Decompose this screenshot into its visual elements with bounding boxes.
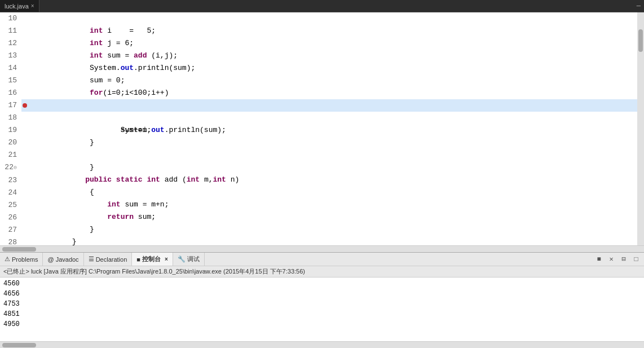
toolbar-maximize-button[interactable]: □ <box>630 254 642 265</box>
bottom-toolbar: ■ ✕ ⊟ □ <box>593 254 644 265</box>
h-scrollbar-thumb[interactable] <box>2 247 36 252</box>
code-line <box>21 236 637 245</box>
toolbar-minimize-button[interactable]: ⊟ <box>618 254 629 265</box>
vertical-scrollbar[interactable] <box>637 12 644 245</box>
console-line: 4656 <box>3 289 641 299</box>
tab-console[interactable]: ■ 控制台 × <box>132 253 173 266</box>
code-line: public static int add (int m,int n) <box>21 161 637 174</box>
tab-javadoc[interactable]: @ Javadoc <box>43 253 83 266</box>
tab-label: luck.java <box>5 3 29 10</box>
console-header-text: <已终止> luck [Java 应用程序] C:\Program Files\… <box>3 267 305 276</box>
problems-icon: ⚠ <box>5 256 10 263</box>
code-line: System.out.println(sum); <box>21 112 637 124</box>
output-line-1: 4560 <box>3 280 20 288</box>
tab-javadoc-label: Javadoc <box>56 256 79 263</box>
toolbar-stop-button[interactable]: ■ <box>593 254 605 265</box>
console-line: 4950 <box>3 319 641 329</box>
tab-problems-label: Problems <box>12 256 38 263</box>
output-line-2: 4656 <box>3 290 20 298</box>
code-line: } <box>21 223 637 236</box>
tab-problems[interactable]: ⚠ Problems <box>0 253 43 266</box>
console-h-scrollbar-thumb[interactable] <box>2 343 36 347</box>
tab-console-close[interactable]: × <box>165 256 168 262</box>
javadoc-icon: @ <box>47 256 54 263</box>
tab-debug-label: 调试 <box>187 255 200 263</box>
tab-debug[interactable]: 🔧 调试 <box>173 253 205 266</box>
code-line: } <box>21 149 637 161</box>
console-content: 4560 4656 4753 4851 4950 <box>0 277 644 341</box>
code-lines: int i = 5; int j = 6; int sum = add (i,j… <box>21 12 637 245</box>
scrollbar-thumb[interactable] <box>638 29 643 52</box>
output-line-5: 4950 <box>3 320 20 328</box>
console-line: 4560 <box>3 279 641 289</box>
line-numbers: 10 11 12 13 14 15 16 17 18 19 20 21 22⊕ … <box>0 12 21 245</box>
code-line: int sum = m+n; <box>21 186 637 199</box>
code-line: int i = 5; <box>21 12 637 25</box>
declaration-icon: ☰ <box>89 256 94 263</box>
code-editor: 10 11 12 13 14 15 16 17 18 19 20 21 22⊕ … <box>0 12 644 252</box>
console-horizontal-scrollbar[interactable] <box>0 341 644 348</box>
tab-bar: luck.java × — <box>0 0 644 12</box>
tab-close-button[interactable]: × <box>31 3 34 9</box>
code-line <box>21 136 637 149</box>
tab-console-label: 控制台 <box>142 255 161 263</box>
code-content: 10 11 12 13 14 15 16 17 18 19 20 21 22⊕ … <box>0 12 644 245</box>
console-header: <已终止> luck [Java 应用程序] C:\Program Files\… <box>0 266 644 277</box>
horizontal-scrollbar[interactable] <box>0 245 644 252</box>
console-line: 4753 <box>3 299 641 309</box>
output-line-3: 4753 <box>3 300 20 308</box>
bottom-panel: ⚠ Problems @ Javadoc ☰ Declaration ■ 控制台… <box>0 252 644 348</box>
bottom-tab-bar: ⚠ Problems @ Javadoc ☰ Declaration ■ 控制台… <box>0 253 644 266</box>
debug-icon: 🔧 <box>178 256 186 263</box>
toolbar-close-button[interactable]: ✕ <box>606 254 617 265</box>
minimize-icon[interactable]: — <box>637 2 644 10</box>
tab-declaration-label: Declaration <box>96 256 127 263</box>
file-tab[interactable]: luck.java × <box>0 0 39 12</box>
console-icon: ■ <box>136 256 140 263</box>
code-line-highlighted: sum+=i; <box>21 99 637 112</box>
output-line-4: 4851 <box>3 310 20 318</box>
console-line: 4851 <box>3 309 641 319</box>
tab-declaration[interactable]: ☰ Declaration <box>84 253 133 266</box>
